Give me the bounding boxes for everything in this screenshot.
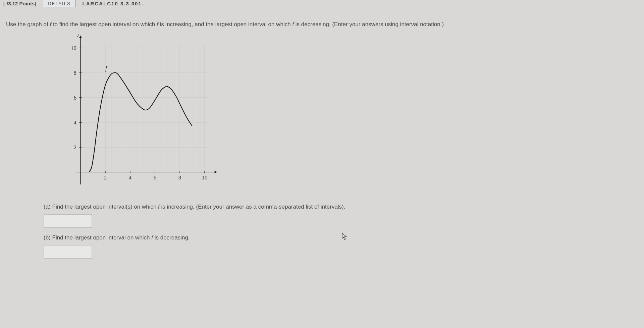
svg-marker-33 bbox=[215, 171, 217, 173]
details-button[interactable]: DETAILS bbox=[43, 0, 75, 7]
content-area: 246810246810yxf (a) Find the largest ope… bbox=[0, 35, 644, 272]
chart-svg: 246810246810yxf bbox=[64, 35, 218, 192]
svg-text:4: 4 bbox=[129, 174, 132, 181]
points-badge: [-/3.12 Points] bbox=[3, 1, 36, 6]
part-b-input[interactable] bbox=[44, 245, 92, 259]
svg-text:10: 10 bbox=[202, 174, 208, 181]
chart: 246810246810yxf bbox=[64, 35, 644, 194]
svg-text:y: y bbox=[77, 35, 80, 37]
part-b-post: is decreasing. bbox=[153, 234, 190, 241]
part-b-pre: Find the largest open interval on which bbox=[51, 234, 152, 241]
svg-text:4: 4 bbox=[74, 119, 77, 126]
svg-text:6: 6 bbox=[154, 174, 157, 181]
q-post: is decreasing. (Enter your answers using… bbox=[294, 21, 444, 28]
part-a-label: (a) bbox=[44, 204, 51, 210]
svg-text:8: 8 bbox=[74, 70, 77, 76]
svg-text:2: 2 bbox=[74, 144, 77, 151]
q-pre: Use the graph of bbox=[6, 21, 50, 28]
part-a: (a) Find the largest open interval(s) on… bbox=[44, 204, 644, 228]
svg-text:10: 10 bbox=[71, 45, 76, 51]
svg-text:f: f bbox=[105, 65, 108, 72]
part-b: (b) Find the largest open interval on wh… bbox=[44, 234, 644, 259]
part-a-post: is increasing. (Enter your answer as a c… bbox=[160, 204, 345, 210]
question-prompt: Use the graph of f to find the largest o… bbox=[3, 17, 641, 32]
svg-text:6: 6 bbox=[74, 95, 77, 101]
part-a-input[interactable] bbox=[44, 214, 92, 228]
source-label: LARCALC10 3.3.001. bbox=[83, 1, 144, 6]
svg-text:2: 2 bbox=[104, 174, 107, 181]
q-mid2: is increasing, and the largest open inte… bbox=[158, 21, 292, 28]
q-mid1: to find the largest open interval on whi… bbox=[51, 21, 157, 28]
part-b-label: (b) bbox=[44, 234, 51, 241]
part-a-pre: Find the largest open interval(s) on whi… bbox=[51, 204, 158, 210]
top-bar: [-/3.12 Points] DETAILS LARCALC10 3.3.00… bbox=[0, 0, 644, 7]
svg-text:8: 8 bbox=[178, 174, 181, 181]
